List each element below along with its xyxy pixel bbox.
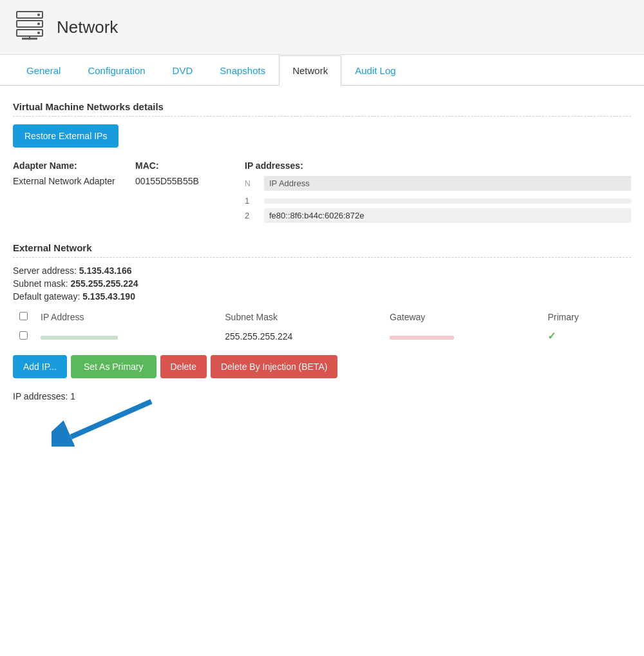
ip-item-2: 2 fe80::8f6:b44c:6026:872e [245,208,631,223]
adapter-header-row: Adapter Name: MAC: IP addresses: [13,160,631,171]
ip-header-row: N IP Address [245,176,631,191]
svg-point-7 [37,23,40,25]
default-gateway-line: Default gateway: 5.135.43.190 [13,291,631,302]
ext-info: Server address: 5.135.43.166 Subnet mask… [13,265,631,302]
subnet-mask-line: Subnet mask: 255.255.255.224 [13,278,631,289]
subnet-mask-value: 255.255.255.224 [71,278,138,289]
select-all-checkbox[interactable] [19,312,28,320]
ip-n-col-header: N [245,179,260,188]
row-gateway-value [390,336,454,340]
main-content: Virtual Machine Networks details Restore… [0,86,644,462]
restore-external-ips-button[interactable]: Restore External IPs [13,124,118,148]
external-network-title: External Network [13,242,631,258]
tab-snapshots[interactable]: Snapshots [206,55,279,86]
page-title: Network [57,17,118,37]
ip-num-2: 2 [245,211,260,220]
delete-by-injection-button[interactable]: Delete By Injection (BETA) [211,355,337,378]
select-all-checkbox-header [13,308,34,326]
ip-item-1: 1 [245,196,631,206]
row-subnet-cell: 255.255.255.224 [218,326,383,346]
server-address-label: Server address: [13,265,77,276]
external-network-section: External Network Server address: 5.135.4… [13,242,631,447]
tab-dvd[interactable]: DVD [159,55,207,86]
primary-check-icon: ✓ [547,331,556,342]
server-address-line: Server address: 5.135.43.166 [13,265,631,276]
adapter-mac-header: MAC: [135,160,238,171]
page-header: Network [0,0,644,55]
ip-address-col-header: IP Address [264,176,631,191]
row-checkbox-cell [13,326,34,346]
default-gateway-label: Default gateway: [13,291,80,302]
arrow-icon [52,395,155,447]
row-checkbox[interactable] [19,331,28,340]
vm-networks-title: Virtual Machine Networks details [13,101,631,117]
svg-point-6 [37,14,40,16]
tab-network[interactable]: Network [279,55,341,86]
table-row: 255.255.255.224 ✓ [13,326,631,346]
set-as-primary-button[interactable]: Set As Primary [71,355,156,378]
row-ip-cell [34,326,218,346]
col-header-gateway: Gateway [383,308,541,326]
ip-num-1: 1 [245,196,260,206]
vm-networks-section: Virtual Machine Networks details Restore… [13,101,631,223]
row-subnet-value: 255.255.255.224 [225,331,292,342]
row-ip-value [41,336,118,340]
adapter-ip-header: IP addresses: [245,160,631,171]
col-header-primary: Primary [541,308,631,326]
ext-table-header-row: IP Address Subnet Mask Gateway Primary [13,308,631,326]
ip-list: N IP Address 1 2 fe80::8f6:b44c:6026:872… [245,176,631,223]
add-ip-button[interactable]: Add IP... [13,355,67,378]
delete-button[interactable]: Delete [160,355,207,378]
adapter-mac-value: 00155D55B55B [135,176,238,223]
ip-val-1 [264,198,631,204]
svg-line-10 [71,401,151,437]
server-icon [13,10,46,44]
col-header-subnet: Subnet Mask [218,308,383,326]
adapter-table: Adapter Name: MAC: IP addresses: Externa… [13,160,631,223]
adapter-name-value: External Network Adapter [13,176,129,223]
row-primary-cell: ✓ [541,326,631,346]
default-gateway-value: 5.135.43.190 [82,291,135,302]
col-header-ip: IP Address [34,308,218,326]
tab-audit-log[interactable]: Audit Log [341,55,409,86]
tab-general[interactable]: General [13,55,74,86]
ip-val-2: fe80::8f6:b44c:6026:872e [264,208,631,223]
action-buttons: Add IP... Set As Primary Delete Delete B… [13,355,631,378]
adapter-data-row: External Network Adapter 00155D55B55B N … [13,176,631,223]
svg-point-8 [37,32,40,34]
adapter-name-header: Adapter Name: [13,160,129,171]
tab-configuration[interactable]: Configuration [74,55,158,86]
external-network-table: IP Address Subnet Mask Gateway Primary 2… [13,308,631,346]
server-address-value: 5.135.43.166 [79,265,132,276]
row-gateway-cell [383,326,541,346]
arrow-annotation [13,395,631,447]
subnet-mask-label: Subnet mask: [13,278,68,289]
tab-bar: General Configuration DVD Snapshots Netw… [0,55,644,86]
